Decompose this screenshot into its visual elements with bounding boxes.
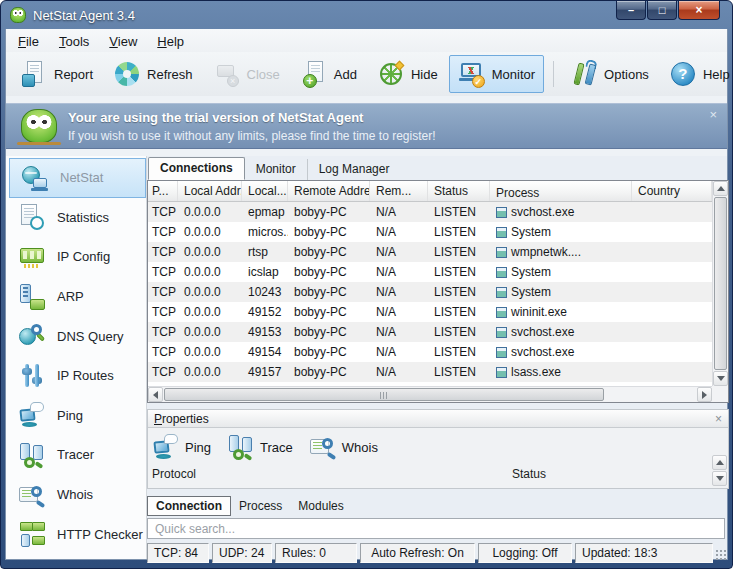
sidebar-item[interactable]: HTTP Checker	[6, 514, 146, 554]
menu-view[interactable]: View	[109, 34, 137, 49]
cell-status: LISTEN	[428, 325, 490, 339]
cell-process: wmpnetwk....	[490, 245, 632, 259]
cell-local-port: epmap	[242, 205, 288, 219]
sidebar-item[interactable]: IP Config	[6, 237, 146, 277]
tab[interactable]: Log Manager	[307, 159, 401, 180]
toolbar-button[interactable]: Refresh	[104, 55, 202, 93]
resize-grip[interactable]	[715, 549, 727, 561]
scroll-left-button[interactable]	[148, 387, 163, 402]
sidebar-item[interactable]: IP Routes	[6, 356, 146, 396]
properties-tool-button[interactable]: Whois	[309, 433, 378, 461]
sidebar-item[interactable]: Whois	[6, 475, 146, 515]
toolbar-button-label: Close	[247, 67, 280, 82]
table-row[interactable]: TCP 0.0.0.0 micros... bobyy-PC N/A LISTE…	[148, 222, 712, 242]
cell-remote-port: N/A	[370, 225, 428, 239]
vertical-scrollbar[interactable]	[712, 181, 728, 386]
menu-file[interactable]: File	[18, 34, 39, 49]
menu-tools[interactable]: Tools	[59, 34, 89, 49]
scroll-grip-icon	[380, 392, 388, 399]
scroll-up-button[interactable]	[713, 181, 728, 196]
toolbar-button[interactable]: Report	[11, 55, 102, 93]
cell-remote-address: bobyy-PC	[288, 245, 370, 259]
cell-remote-address: bobyy-PC	[288, 365, 370, 379]
sidebar-item[interactable]: ARP	[6, 277, 146, 317]
cell-status: LISTEN	[428, 245, 490, 259]
connections-table: P... Local Addr... Local... Remote Addre…	[147, 180, 729, 403]
cell-process: System	[490, 285, 632, 299]
column-header-process[interactable]: Process	[490, 181, 632, 201]
cell-local-address: 0.0.0.0	[178, 225, 242, 239]
close-button[interactable]: ×	[678, 1, 720, 20]
ip-config-icon	[18, 243, 46, 271]
ip-routes-icon	[18, 362, 46, 390]
column-header-status[interactable]: Status	[428, 181, 490, 201]
table-row[interactable]: TCP 0.0.0.0 epmap bobyy-PC N/A LISTEN sv…	[148, 202, 712, 222]
toolbar-button[interactable]: Monitor	[449, 55, 544, 93]
column-header-local-address[interactable]: Local Addr...	[178, 181, 242, 201]
table-row[interactable]: TCP 0.0.0.0 49152 bobyy-PC N/A LISTEN wi…	[148, 302, 712, 322]
toolbar-button[interactable]: Help	[660, 55, 733, 93]
tab[interactable]: Connections	[148, 157, 245, 180]
process-icon	[496, 327, 507, 338]
table-row[interactable]: TCP 0.0.0.0 49153 bobyy-PC N/A LISTEN sv…	[148, 322, 712, 342]
table-row[interactable]: TCP 0.0.0.0 rtsp bobyy-PC N/A LISTEN wmp…	[148, 242, 712, 262]
toolbar-button[interactable]: Close	[204, 55, 289, 93]
sidebar-item[interactable]: NetStat	[9, 158, 146, 198]
table-body: TCP 0.0.0.0 epmap bobyy-PC N/A LISTEN sv…	[148, 202, 712, 386]
minimize-button[interactable]: –	[616, 1, 646, 20]
whois-tool-icon	[309, 433, 337, 461]
process-icon	[496, 367, 507, 378]
detail-tab[interactable]: Modules	[290, 497, 351, 515]
search-input[interactable]	[147, 518, 725, 539]
toolbar-button[interactable]: Add	[291, 55, 366, 93]
toolbar-button[interactable]: Hide	[368, 55, 447, 93]
titlebar[interactable]: NetStat Agent 3.4 – □ ×	[1, 1, 732, 29]
sidebar-item[interactable]: Ping	[6, 396, 146, 436]
mini-scroll-up-button[interactable]	[712, 455, 727, 470]
table-row[interactable]: TCP 0.0.0.0 49154 bobyy-PC N/A LISTEN sv…	[148, 342, 712, 362]
properties-tool-button[interactable]: Ping	[152, 433, 211, 461]
vertical-scroll-thumb[interactable]	[714, 197, 727, 370]
maximize-button[interactable]: □	[647, 1, 677, 20]
help-icon	[669, 60, 697, 88]
arp-icon	[18, 283, 46, 311]
horizontal-scroll-thumb[interactable]	[164, 388, 604, 401]
sidebar-item[interactable]: Statistics	[6, 198, 146, 238]
main-panel: Connections Monitor Log Manager P... Loc…	[147, 156, 727, 559]
banner-close-icon[interactable]: ×	[709, 107, 717, 122]
cell-protocol: TCP	[148, 345, 178, 359]
sidebar-item[interactable]: DNS Query	[6, 316, 146, 356]
column-header-country[interactable]: Country	[632, 181, 712, 201]
cell-remote-port: N/A	[370, 205, 428, 219]
column-header-protocol[interactable]: P...	[148, 181, 178, 201]
menubar: File Tools View Help	[6, 29, 727, 52]
trial-banner: Your are using the trial version of NetS…	[6, 103, 727, 149]
trace-tool-icon	[227, 433, 255, 461]
column-header-remote-address[interactable]: Remote Address	[288, 181, 370, 201]
toolbar-button[interactable]: Options	[561, 55, 658, 93]
properties-mini-scrollbar[interactable]	[712, 455, 727, 487]
status-field-label: Status	[512, 467, 546, 481]
menu-help[interactable]: Help	[157, 34, 184, 49]
scroll-down-button[interactable]	[713, 371, 728, 386]
detail-tab[interactable]: Connection	[147, 496, 231, 516]
cell-remote-address: bobyy-PC	[288, 345, 370, 359]
cell-remote-port: N/A	[370, 305, 428, 319]
table-row[interactable]: TCP 0.0.0.0 10243 bobyy-PC N/A LISTEN Sy…	[148, 282, 712, 302]
toolbar-button-label: Monitor	[492, 67, 535, 82]
mini-scroll-down-button[interactable]	[712, 471, 727, 486]
scroll-right-button[interactable]	[697, 387, 712, 402]
detail-tab[interactable]: Process	[231, 497, 290, 515]
cell-local-address: 0.0.0.0	[178, 285, 242, 299]
horizontal-scrollbar[interactable]	[148, 386, 712, 402]
cell-local-address: 0.0.0.0	[178, 265, 242, 279]
sidebar-item[interactable]: Tracer	[6, 435, 146, 475]
column-header-local-port[interactable]: Local...	[242, 181, 288, 201]
properties-tool-button[interactable]: Trace	[227, 433, 293, 461]
properties-close-icon[interactable]: ×	[715, 412, 722, 426]
table-row[interactable]: TCP 0.0.0.0 49157 bobyy-PC N/A LISTEN ls…	[148, 362, 712, 382]
column-header-remote-port[interactable]: Rem...	[370, 181, 428, 201]
cell-local-address: 0.0.0.0	[178, 305, 242, 319]
tab[interactable]: Monitor	[245, 159, 307, 180]
table-row[interactable]: TCP 0.0.0.0 icslap bobyy-PC N/A LISTEN S…	[148, 262, 712, 282]
